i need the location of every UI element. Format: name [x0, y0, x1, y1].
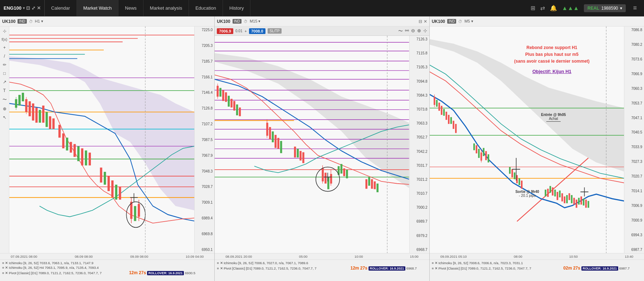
svg-rect-38	[89, 152, 91, 165]
svg-rect-19	[22, 93, 24, 101]
nav-history[interactable]: History	[223, 0, 250, 16]
wifi-icon[interactable]: ▲▲▲	[562, 5, 579, 11]
svg-rect-42	[111, 180, 113, 198]
order-plus-icon[interactable]: +	[244, 29, 247, 33]
chart2-body[interactable]: 7120.7 7106.5 7094.7 7080.9 7069.4 7054.…	[215, 36, 429, 253]
account-badge[interactable]: REAL 1988590 ▾	[584, 4, 626, 12]
chart3-body[interactable]: Rebond zone support H1 Plus bas plus hau…	[430, 26, 644, 253]
instrument-selector[interactable]: ENG100 ▾ ⊡ ⤢ ✕	[0, 0, 45, 16]
chart3-price-scale: 7086.8 7080.2 7073.6 7066.9 7060.3 7053.…	[624, 26, 644, 253]
toolbar-cursor-icon[interactable]: ⊹	[2, 28, 7, 34]
chart2-timeframe[interactable]: M15 ▾	[250, 19, 260, 24]
svg-rect-44	[119, 187, 121, 200]
chart2-close-icon[interactable]: ✕	[424, 19, 427, 24]
svg-rect-137	[511, 169, 513, 178]
toolbar-rect-icon[interactable]: □	[3, 70, 6, 77]
svg-rect-133	[483, 148, 484, 156]
order-zoom-in-icon[interactable]: ⊕	[417, 28, 421, 34]
chart3-timer: 02m 27s	[564, 266, 580, 271]
svg-rect-124	[448, 115, 449, 124]
svg-rect-89	[297, 149, 299, 158]
icon-detach[interactable]: ⤢	[31, 5, 35, 11]
svg-rect-37	[85, 150, 87, 165]
nav-calendar[interactable]: Calendar	[45, 0, 77, 16]
chart3-timeframe[interactable]: M5 ▾	[464, 19, 473, 24]
svg-rect-94	[325, 173, 327, 183]
chart2-time-axis: 08.09.2021 20:00 05:00 10:00 15:00	[215, 253, 429, 260]
svg-rect-78	[233, 101, 235, 111]
toolbar-cursor2-icon[interactable]: ↖	[2, 114, 7, 121]
toolbar-plus-icon[interactable]: +	[3, 44, 6, 51]
bell-icon[interactable]: 🔔	[550, 5, 557, 11]
svg-rect-155	[576, 200, 577, 208]
svg-rect-23	[32, 103, 34, 121]
svg-rect-29	[52, 118, 54, 129]
chart1-type: IND	[18, 19, 26, 24]
svg-rect-102	[366, 179, 368, 189]
svg-rect-86	[278, 138, 280, 149]
toolbar-f-icon[interactable]: f(x)	[1, 37, 8, 42]
account-dropdown-arrow[interactable]: ▾	[620, 6, 622, 11]
nav-market-analysis[interactable]: Market analysis	[143, 0, 189, 16]
instrument-label: ENG100	[4, 5, 21, 11]
svg-marker-0	[9, 57, 194, 210]
svg-rect-41	[108, 176, 110, 191]
svg-rect-153	[571, 195, 572, 203]
sltp-button[interactable]: SL/TP	[268, 28, 282, 34]
order-chart-icon[interactable]: ⚯	[405, 28, 409, 34]
svg-rect-31	[62, 134, 64, 149]
instrument-dropdown-arrow[interactable]: ▾	[23, 6, 25, 10]
svg-rect-88	[294, 147, 296, 158]
chart1-body[interactable]: ⊹ f(x) + / ✏ □ ↗ T 〜 ⊕ ↖	[0, 26, 214, 253]
top-bar-right: ⊞ ⇄ 🔔 ▲▲▲ REAL 1988590 ▾ ≡	[526, 4, 644, 12]
svg-rect-33	[70, 142, 72, 152]
svg-rect-104	[371, 179, 373, 189]
svg-rect-148	[559, 190, 560, 197]
account-number: 1988590	[601, 6, 618, 11]
chart2-symbol: UK100	[217, 19, 230, 24]
monitor-icon[interactable]: ⊞	[531, 5, 535, 11]
svg-rect-126	[453, 121, 454, 129]
svg-rect-83	[269, 127, 271, 139]
chart1-footer: ≡ ✕ Ichimoku [9, 26, 52] 7033.6, 7063.1,…	[0, 260, 214, 281]
svg-rect-100	[343, 168, 346, 176]
nav-market-watch[interactable]: Market Watch	[77, 0, 119, 16]
nav-education[interactable]: Education	[189, 0, 223, 16]
toolbar-wave-icon[interactable]: 〜	[2, 96, 8, 103]
order-crosshair-icon[interactable]: ⊹	[423, 28, 427, 34]
svg-rect-147	[556, 192, 558, 200]
svg-rect-136	[509, 167, 510, 174]
order-line-icon[interactable]: 〜	[398, 28, 403, 34]
toolbar-arrow-icon[interactable]: ↗	[2, 79, 7, 85]
svg-rect-27	[45, 112, 48, 127]
chart3-rollover: ROLLOVER: 16.9.2021	[581, 266, 619, 271]
icon-window[interactable]: ⊡	[26, 5, 30, 11]
chart2-minimize-icon[interactable]: ⊟	[419, 19, 422, 24]
chart-panel-2: UK100 IND ⏱ M15 ▾ ⊟ ✕ 7006.9 0.01 + 7008…	[215, 16, 429, 281]
toolbar-t-icon[interactable]: T	[3, 87, 6, 94]
transfer-icon[interactable]: ⇄	[540, 5, 545, 11]
svg-rect-22	[29, 101, 31, 116]
svg-rect-144	[550, 186, 551, 193]
chart1-clock-icon: ⏱	[29, 19, 33, 24]
icon-close[interactable]: ✕	[37, 5, 41, 11]
nav-news[interactable]: News	[118, 0, 143, 16]
toolbar-pen-icon[interactable]: ✏	[2, 62, 7, 68]
order-zoom-out-icon[interactable]: ⊖	[411, 28, 415, 34]
toolbar-layers-icon[interactable]: ⊕	[2, 106, 7, 112]
svg-rect-25	[39, 110, 41, 123]
chart2-footer: ≡ ✕ Ichimoku [9, 26, 52] 7006.6, 7027.0,…	[215, 260, 429, 281]
chart2-type: IND	[233, 19, 241, 24]
order-sell-price[interactable]: 7006.9	[217, 28, 233, 34]
chart2-footer-line2: ≡ ✕ Pivot [Classic] [D1] 7089.0, 7121.2,…	[217, 266, 427, 271]
svg-rect-84	[272, 131, 274, 142]
chart2-price-scale: 7126.3 7115.8 7105.3 7094.8 7084.3 7073.…	[409, 36, 429, 253]
chart3-type: IND	[447, 19, 456, 24]
chart1-timeframe[interactable]: H1 ▾	[35, 19, 43, 24]
toolbar-line-icon[interactable]: /	[3, 53, 6, 59]
svg-rect-47	[134, 206, 136, 221]
chart1-time-axis: 07.09.2021 08:00 08.09 08:00 09.09 08:00…	[0, 253, 214, 260]
order-buy-price[interactable]: 7008.0	[249, 28, 265, 34]
hamburger-menu[interactable]: ≡	[631, 4, 639, 12]
svg-rect-106	[377, 184, 379, 192]
